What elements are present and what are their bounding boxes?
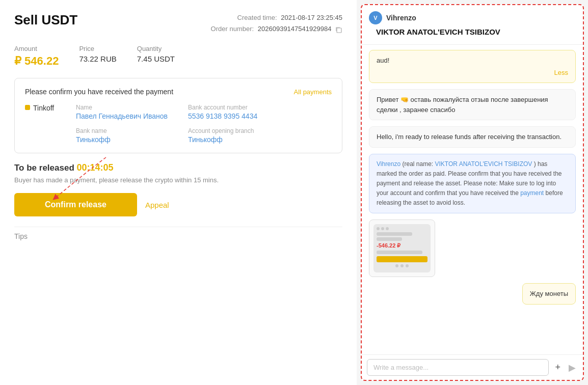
chat-panel: V Vihrenzo VIKTOR ANATOL'EVICH TSIBIZOV …: [361, 4, 584, 381]
amount-block: Amount ₽ 546.22: [14, 45, 59, 68]
payment-notice: Please confirm you have received the pay…: [25, 88, 173, 96]
release-header: To be released 00:14:05: [14, 162, 342, 173]
screenshot-mockup: -546.22 ₽: [373, 224, 431, 272]
created-value: 2021-08-17 23:25:45: [281, 14, 342, 21]
price-block: Price 73.22 RUB: [79, 45, 116, 68]
account-field-value: 5536 9138 9395 4434: [188, 112, 280, 120]
account-field: Bank account number 5536 9138 9395 4434: [188, 104, 280, 120]
system-realname-link[interactable]: VIKTOR ANATOL'EVICH TSIBIZOV: [435, 160, 532, 168]
name-field-label: Name: [76, 104, 168, 111]
message-3-text: Hello, i'm ready to release funds after …: [377, 133, 562, 141]
to-be-released-label: To be released 00:14:05: [14, 163, 114, 173]
system-payment-link[interactable]: payment: [520, 189, 544, 197]
order-header: Sell USDT Created time: 2021-08-17 23:25…: [14, 12, 342, 35]
name-field: Name Павел Геннадьевич Иванов: [76, 104, 168, 120]
message-self: Жду монеты: [522, 283, 576, 305]
attach-button[interactable]: +: [553, 360, 563, 375]
message-screenshot[interactable]: -546.22 ₽: [369, 219, 435, 277]
chat-input-row: + ▶: [362, 354, 583, 380]
amount-value: ₽ 546.22: [14, 54, 59, 68]
chat-realname: VIKTOR ANATOL'EVICH TSIBIZOV: [369, 26, 576, 40]
name-field-value: Павел Геннадьевич Иванов: [76, 112, 168, 120]
account-field-label: Bank account number: [188, 104, 280, 111]
tips-section: Tips: [14, 227, 342, 240]
confirm-release-button[interactable]: Confirm release: [14, 193, 137, 216]
page-title: Sell USDT: [14, 12, 77, 28]
branch-field: Account opening branch Тинькофф: [188, 127, 280, 144]
message-2-text: Привет 🤜 оставь пожалуйста отзыв после з…: [377, 96, 548, 114]
bank-name-label: Tinkoff: [33, 104, 54, 112]
message-3: Hello, i'm ready to release funds after …: [369, 126, 576, 148]
branch-field-label: Account opening branch: [188, 127, 280, 134]
all-payments-link[interactable]: All payments: [294, 88, 332, 96]
branch-field-value: Тинькофф: [188, 135, 280, 144]
message-self-text: Жду монеты: [530, 290, 568, 297]
chat-user-row: V Vihrenzo: [369, 11, 576, 24]
chat-message-input[interactable]: [367, 359, 549, 376]
payment-box-header: Please confirm you have received the pay…: [25, 88, 332, 96]
chat-messages: aud! Less Привет 🤜 оставь пожалуйста отз…: [362, 45, 583, 354]
bank-name-field-value: Тинькофф: [76, 135, 168, 144]
less-link[interactable]: Less: [377, 68, 568, 78]
amount-label: Amount: [14, 45, 59, 52]
price-label: Price: [79, 45, 116, 52]
quantity-value: 7.45 USDT: [137, 54, 175, 63]
copy-icon[interactable]: [335, 26, 342, 33]
appeal-link[interactable]: Appeal: [145, 201, 169, 209]
release-timer: 00:14:05: [77, 162, 114, 173]
bank-details: Name Павел Геннадьевич Иванов Bank accou…: [76, 104, 280, 144]
left-panel: Sell USDT Created time: 2021-08-17 23:25…: [0, 0, 357, 385]
bank-section: Tinkoff Name Павел Геннадьевич Иванов Ba…: [25, 104, 332, 144]
action-row: Confirm release Appeal: [14, 193, 342, 216]
avatar: V: [369, 11, 382, 24]
quantity-label: Quantity: [137, 45, 175, 52]
order-label: Order number:: [211, 25, 254, 33]
bank-name-field: Bank name Тинькофф: [76, 127, 168, 144]
order-meta: Created time: 2021-08-17 23:25:45 Order …: [211, 12, 342, 35]
message-1: aud! Less: [369, 50, 576, 83]
price-value: 73.22 RUB: [79, 54, 116, 63]
bank-tag-dot: [25, 105, 30, 110]
bank-label-tag: Tinkoff: [25, 104, 66, 144]
quantity-block: Quantity 7.45 USDT: [137, 45, 175, 68]
release-notice: Buyer has made a payment, please release…: [14, 176, 342, 184]
chat-header: V Vihrenzo VIKTOR ANATOL'EVICH TSIBIZOV: [362, 5, 583, 45]
message-system: Vihrenzo (real name: VIKTOR ANATOL'EVICH…: [369, 154, 576, 214]
payment-box: Please confirm you have received the pay…: [14, 78, 342, 153]
send-button[interactable]: ▶: [567, 360, 578, 375]
order-value: 20260939147541929984: [258, 25, 332, 33]
svg-rect-0: [337, 28, 341, 33]
message-1-text: aud!: [377, 57, 389, 64]
order-amounts: Amount ₽ 546.22 Price 73.22 RUB Quantity…: [14, 45, 342, 68]
chat-username: Vihrenzo: [386, 14, 416, 22]
bank-name-field-label: Bank name: [76, 127, 168, 134]
created-label: Created time:: [237, 14, 277, 21]
message-2: Привет 🤜 оставь пожалуйста отзыв после з…: [369, 89, 576, 120]
system-user-link[interactable]: Vihrenzo: [377, 160, 400, 168]
